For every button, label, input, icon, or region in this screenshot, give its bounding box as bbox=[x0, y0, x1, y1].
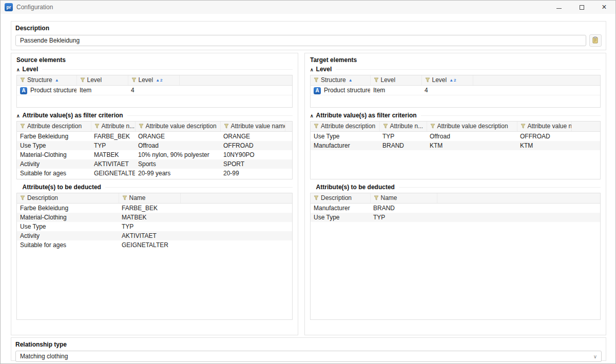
table-row[interactable]: ManufacturerBRANDKTMKTM bbox=[311, 141, 600, 150]
filter-icon[interactable] bbox=[80, 76, 85, 85]
table-cell[interactable]: Use Type bbox=[17, 141, 91, 150]
structure-cell[interactable]: Product structure bbox=[17, 86, 76, 95]
table-cell[interactable]: TYP bbox=[119, 222, 180, 231]
filter-icon[interactable] bbox=[131, 76, 137, 85]
column-header-attribute-name[interactable]: Attribute n... bbox=[91, 122, 135, 132]
column-header-description[interactable]: Description bbox=[311, 193, 370, 204]
column-header-level-2[interactable]: Level bbox=[128, 75, 179, 86]
filter-icon[interactable] bbox=[425, 76, 430, 85]
column-header-attribute-value-name[interactable]: Attribute value n... bbox=[517, 122, 571, 132]
table-cell[interactable]: Sports bbox=[135, 159, 220, 169]
table-cell[interactable]: Activity bbox=[17, 231, 119, 240]
table-cell[interactable]: KTM bbox=[517, 141, 571, 150]
column-header-name[interactable]: Name bbox=[119, 193, 180, 204]
source-deducted-section-header[interactable]: Attribute(s) to be deducted bbox=[16, 184, 293, 191]
filter-icon[interactable] bbox=[122, 194, 127, 203]
level-number-cell[interactable]: 4 bbox=[421, 86, 473, 95]
level-cell[interactable]: Item bbox=[370, 86, 421, 95]
column-header-attribute-description[interactable]: Attribute description bbox=[17, 122, 91, 132]
column-header-level[interactable]: Level bbox=[76, 75, 128, 86]
table-row[interactable]: Farbe BekleidungFARBE_BEK bbox=[17, 204, 292, 213]
table-cell[interactable]: GEIGNETALTER bbox=[91, 169, 135, 178]
column-header-level-2[interactable]: Level bbox=[421, 75, 473, 86]
filter-icon[interactable] bbox=[314, 76, 319, 85]
table-cell[interactable]: SPORT bbox=[220, 159, 285, 169]
table-cell[interactable]: Offroad bbox=[135, 141, 220, 150]
table-row[interactable]: ManufacturerBRAND bbox=[311, 204, 600, 213]
column-header-level[interactable]: Level bbox=[370, 75, 421, 86]
table-cell[interactable]: Activity bbox=[17, 159, 91, 169]
column-header-attribute-value-name[interactable]: Attribute value name bbox=[220, 122, 285, 132]
table-cell[interactable]: Suitable for ages bbox=[17, 240, 119, 250]
table-cell[interactable]: OFFROAD bbox=[517, 132, 571, 141]
table-cell[interactable]: TYP bbox=[91, 141, 135, 150]
table-cell[interactable]: Farbe Bekleidung bbox=[17, 132, 91, 141]
column-header-structure[interactable]: Structure bbox=[17, 75, 76, 86]
table-cell[interactable]: Material-Clothing bbox=[17, 213, 119, 222]
table-cell[interactable]: Farbe Bekleidung bbox=[17, 204, 119, 213]
target-deducted-section-header[interactable]: Attribute(s) to be deducted bbox=[310, 184, 601, 191]
source-filter-section-header[interactable]: Attribute value(s) as filter criterion bbox=[16, 112, 293, 119]
table-cell[interactable]: FARBE_BEK bbox=[91, 132, 135, 141]
filter-icon[interactable] bbox=[383, 122, 388, 131]
level-number-cell[interactable]: 4 bbox=[128, 86, 179, 95]
target-filter-section-header[interactable]: Attribute value(s) as filter criterion bbox=[310, 112, 601, 119]
source-level-section-header[interactable]: Level bbox=[16, 66, 293, 73]
column-header-structure[interactable]: Structure bbox=[311, 75, 370, 86]
filter-icon[interactable] bbox=[20, 194, 25, 203]
filter-icon[interactable] bbox=[139, 122, 144, 131]
table-cell[interactable]: 20-99 bbox=[220, 169, 285, 178]
table-cell[interactable]: Manufacturer bbox=[311, 141, 379, 150]
level-cell[interactable]: Item bbox=[76, 86, 128, 95]
table-cell[interactable]: OFFROAD bbox=[220, 141, 285, 150]
table-row[interactable]: Material-ClothingMATBEK10% nylon, 90% po… bbox=[17, 150, 292, 159]
column-header-description[interactable]: Description bbox=[17, 193, 119, 204]
relationship-type-select[interactable]: Matching clothing bbox=[15, 351, 602, 362]
table-cell[interactable]: TYP bbox=[370, 213, 437, 222]
column-header-attribute-value-description[interactable]: Attribute value description bbox=[135, 122, 220, 132]
filter-icon[interactable] bbox=[521, 122, 526, 131]
column-header-attribute-value-description[interactable]: Attribute value description bbox=[427, 122, 517, 132]
table-cell[interactable]: Offroad bbox=[427, 132, 517, 141]
filter-icon[interactable] bbox=[314, 122, 319, 131]
table-row[interactable]: Use TypeTYPOffroadOFFROAD bbox=[17, 141, 292, 150]
table-cell[interactable]: AKTIVITAET bbox=[91, 159, 135, 169]
filter-icon[interactable] bbox=[20, 76, 25, 85]
filter-icon[interactable] bbox=[374, 194, 379, 203]
table-cell[interactable]: Use Type bbox=[311, 213, 370, 222]
table-row[interactable]: Suitable for agesGEIGNETALTER bbox=[17, 240, 292, 250]
table-row[interactable]: ActivityAKTIVITAET bbox=[17, 231, 292, 240]
table-cell[interactable]: FARBE_BEK bbox=[119, 204, 180, 213]
column-header-attribute-description[interactable]: Attribute description bbox=[311, 122, 379, 132]
structure-cell[interactable]: Product structure bbox=[311, 86, 370, 95]
column-header-name[interactable]: Name bbox=[370, 193, 437, 204]
filter-icon[interactable] bbox=[94, 122, 100, 131]
table-cell[interactable]: TYP bbox=[379, 132, 427, 141]
table-cell[interactable]: ORANGE bbox=[220, 132, 285, 141]
table-cell[interactable]: MATBEK bbox=[119, 213, 180, 222]
table-row[interactable]: ActivityAKTIVITAETSportsSPORT bbox=[17, 159, 292, 169]
table-row[interactable]: Farbe BekleidungFARBE_BEKORANGEORANGE bbox=[17, 132, 292, 141]
table-cell[interactable]: Material-Clothing bbox=[17, 150, 91, 159]
table-cell[interactable]: BRAND bbox=[370, 204, 437, 213]
column-header-attribute-name[interactable]: Attribute n... bbox=[379, 122, 427, 132]
table-row[interactable]: Product structure Item 4 bbox=[17, 86, 292, 95]
filter-icon[interactable] bbox=[224, 122, 229, 131]
table-row[interactable]: Use TypeTYPOffroadOFFROAD bbox=[311, 132, 600, 141]
maximize-button[interactable] bbox=[570, 1, 593, 14]
table-cell[interactable]: 20-99 years bbox=[135, 169, 220, 178]
filter-icon[interactable] bbox=[314, 194, 319, 203]
table-row[interactable]: Use TypeTYP bbox=[311, 213, 600, 222]
target-level-section-header[interactable]: Level bbox=[310, 66, 601, 73]
filter-icon[interactable] bbox=[374, 76, 379, 85]
table-cell[interactable]: MATBEK bbox=[91, 150, 135, 159]
minimize-button[interactable] bbox=[548, 1, 570, 14]
filter-icon[interactable] bbox=[430, 122, 435, 131]
table-row[interactable]: Material-ClothingMATBEK bbox=[17, 213, 292, 222]
table-cell[interactable]: Manufacturer bbox=[311, 204, 370, 213]
table-cell[interactable]: Use Type bbox=[17, 222, 119, 231]
table-cell[interactable]: 10NY90PO bbox=[220, 150, 285, 159]
table-cell[interactable]: ORANGE bbox=[135, 132, 220, 141]
table-row[interactable]: Suitable for agesGEIGNETALTER20-99 years… bbox=[17, 169, 292, 178]
table-cell[interactable]: Suitable for ages bbox=[17, 169, 91, 178]
